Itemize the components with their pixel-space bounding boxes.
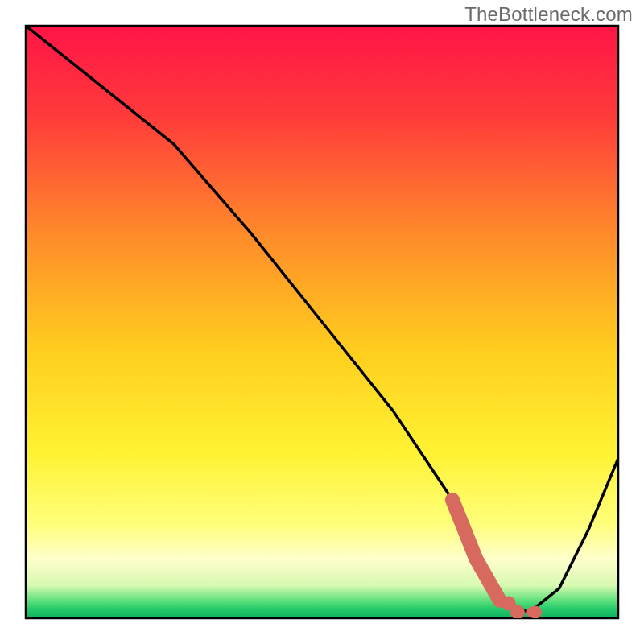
chart-svg: [0, 0, 644, 644]
watermark-text: TheBottleneck.com: [464, 3, 633, 26]
chart-frame: TheBottleneck.com: [0, 0, 644, 644]
highlight-dot: [529, 606, 542, 619]
highlight-dot: [510, 605, 525, 620]
